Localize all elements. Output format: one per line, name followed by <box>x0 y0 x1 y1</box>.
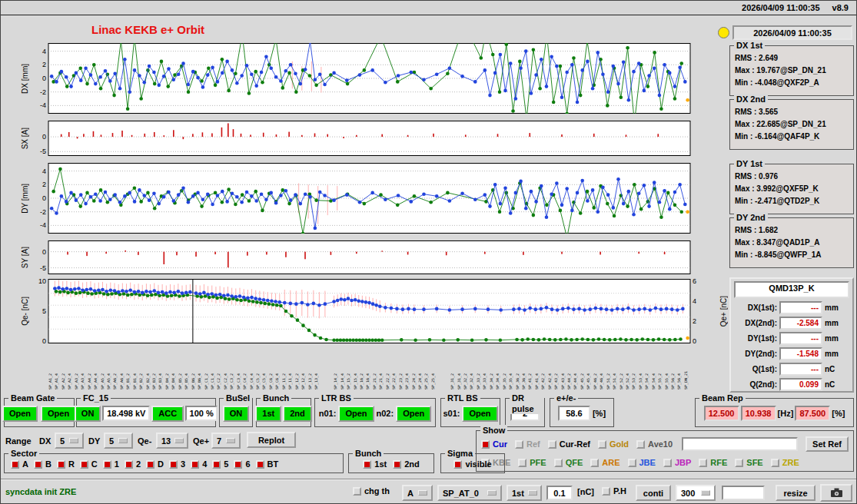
sector-6-label: 6 <box>245 459 250 469</box>
plot-dy: DY [mm]420-2-4 <box>16 163 716 234</box>
count-select[interactable]: 300 <box>676 485 716 501</box>
show-jbe-indicator <box>628 459 636 467</box>
sector-4-indicator <box>191 460 199 469</box>
chg-th-checkbox[interactable]: chg th <box>353 486 390 496</box>
range-qep-value: 7 <box>217 436 221 446</box>
bunch-2nd-checkbox[interactable]: 2nd <box>393 459 420 469</box>
threshold-entry[interactable]: 0.1 <box>546 486 573 500</box>
sector-bt-label: BT <box>267 459 279 469</box>
set-ref-button[interactable]: Set Ref <box>806 436 849 452</box>
fc15-kv-field[interactable]: 18.498 kV <box>102 406 150 421</box>
show-pfe-checkbox[interactable]: PFE <box>518 458 546 467</box>
range-qep-label: Qe+ <box>193 436 209 446</box>
x-axis-label-SP_55_4: SP_55_4 <box>665 346 671 390</box>
show-jbp-checkbox[interactable]: JBP <box>663 458 691 467</box>
range-qep-select[interactable]: 7 <box>211 433 241 449</box>
ref-name-entry[interactable] <box>682 437 798 451</box>
show-qfe-checkbox[interactable]: QFE <box>554 458 583 467</box>
dy2-max: Max : 8.347@QAD1P_A <box>735 237 850 249</box>
x-axis-label-SP_C5_4: SP_C5_4 <box>262 346 268 390</box>
show-zre-checkbox[interactable]: ZRE <box>771 458 799 467</box>
show-pfe-label: PFE <box>530 458 546 467</box>
show-sfe-checkbox[interactable]: SFE <box>735 458 762 467</box>
sector-d-checkbox[interactable]: D <box>146 459 164 469</box>
sector-1-checkbox[interactable]: 1 <box>103 459 119 469</box>
sector-c-checkbox[interactable]: C <box>80 459 98 469</box>
x-axis-label-SP_12_4: SP_12_4 <box>301 346 307 390</box>
ltr-n02-label: n02: <box>377 409 394 418</box>
range-qem-select[interactable]: 13 <box>156 433 188 449</box>
sx-y-axis-title: SX [A] <box>16 121 33 156</box>
replot-button[interactable]: Replot <box>247 432 296 448</box>
x-axis-label-SP_B5_4: SP_B5_4 <box>184 346 191 390</box>
show-jbe-checkbox[interactable]: JBE <box>628 458 656 467</box>
bunch-select[interactable]: 1st <box>507 485 542 501</box>
show-rfe-checkbox[interactable]: RFE <box>699 458 727 467</box>
sector-5-indicator <box>212 460 221 469</box>
ph-checkbox[interactable]: P.H <box>602 486 626 496</box>
ltr-n02-open-button[interactable]: Open <box>396 406 431 422</box>
conti-button[interactable]: conti <box>636 485 671 501</box>
fc15-on-button[interactable]: ON <box>75 406 101 422</box>
show-cur-checkbox[interactable]: Cur <box>481 439 507 449</box>
show-ave10-checkbox[interactable]: Ave10 <box>636 439 673 449</box>
ltr-n01-open-button[interactable]: Open <box>338 406 374 422</box>
bunch-1st-button[interactable]: 1st <box>255 406 281 422</box>
x-axis-label-SP_42_4: SP_42_4 <box>548 346 554 390</box>
x-axis-label-SP_34_4: SP_34_4 <box>496 346 502 390</box>
beam-gate-open2-button[interactable]: Open <box>41 406 76 422</box>
show-cur-label: Cur <box>493 439 507 449</box>
bunch-top-frame-label: Bunch <box>261 393 291 403</box>
bpm-select[interactable]: SP_AT_0 <box>437 485 502 501</box>
bpm-row-dx1: DX(1st): --- mm <box>734 300 849 315</box>
svg-text:6: 6 <box>693 279 696 285</box>
svg-text:2: 2 <box>693 317 696 325</box>
titlebar-version: v8.9 <box>832 3 849 12</box>
dy-y-axis-title: DY [mm] <box>16 163 33 234</box>
show-gold-checkbox[interactable]: Gold <box>598 439 629 449</box>
x-axis-label-SP_32_4: SP_32_4 <box>470 346 476 390</box>
sector-6-checkbox[interactable]: 6 <box>234 459 250 469</box>
ratio-value-field[interactable]: 58.6 <box>558 406 590 421</box>
sector-bt-checkbox[interactable]: BT <box>256 459 279 469</box>
beam-rep-frame-label: Beam Rep <box>699 393 746 403</box>
show-cur-ref-indicator <box>548 440 556 449</box>
fc15-acc-button[interactable]: ACC <box>151 406 184 422</box>
show-jbe-label: JBE <box>639 458 656 467</box>
sector-5-checkbox[interactable]: 5 <box>212 459 228 469</box>
rtl-bs-frame: RTL BS s01: Open <box>440 398 500 427</box>
sector-r-checkbox[interactable]: R <box>57 459 75 469</box>
x-axis-label-SP_B1_2: SP_B1_2 <box>126 346 132 390</box>
screenshot-button[interactable] <box>820 484 852 502</box>
range-dx-select[interactable]: 5 <box>55 433 84 449</box>
dx2-rms: RMS : 3.565 <box>735 106 850 118</box>
resize-button[interactable]: resize <box>776 485 815 501</box>
show-ave10-indicator <box>636 440 645 449</box>
sector-2-checkbox[interactable]: 2 <box>125 459 141 469</box>
x-axis-label-SP_44_4: SP_44_4 <box>573 346 580 390</box>
sector-1-label: 1 <box>115 459 119 469</box>
busel-on-button[interactable]: ON <box>223 406 250 422</box>
beam-gate-open1-button[interactable]: Open <box>2 406 38 422</box>
show-are-checkbox[interactable]: ARE <box>590 458 619 467</box>
sector-select[interactable]: A <box>402 485 433 501</box>
x-axis-label-SP_21_4: SP_21_4 <box>379 346 385 390</box>
x-axis-label-SP_42_2: SP_42_2 <box>541 346 547 390</box>
sector-3-checkbox[interactable]: 3 <box>169 459 185 469</box>
show-ref-checkbox[interactable]: Ref <box>515 439 540 449</box>
beam-rep-value3-field: 87.500 <box>795 406 830 421</box>
sector-a-checkbox[interactable]: A <box>11 459 28 469</box>
sector-b-checkbox[interactable]: B <box>34 459 51 469</box>
bunch-1st-checkbox[interactable]: 1st <box>363 459 387 469</box>
status-message: syncdata init ZRE <box>5 487 76 496</box>
sigma-visible-checkbox[interactable]: visible <box>453 459 491 469</box>
show-cur-ref-checkbox[interactable]: Cur-Ref <box>548 439 590 449</box>
bpm-name-field[interactable]: QMD13P_K <box>734 281 849 298</box>
sector-4-checkbox[interactable]: 4 <box>191 459 207 469</box>
range-dy-select[interactable]: 5 <box>104 433 133 449</box>
aux-entry[interactable] <box>722 486 765 500</box>
fc15-percent-field[interactable]: 100 % <box>185 406 218 421</box>
rtl-s01-open-button[interactable]: Open <box>462 406 497 422</box>
bunch-2nd-button[interactable]: 2nd <box>283 406 312 422</box>
x-axis-label-SP_53_4: SP_53_4 <box>639 346 645 390</box>
